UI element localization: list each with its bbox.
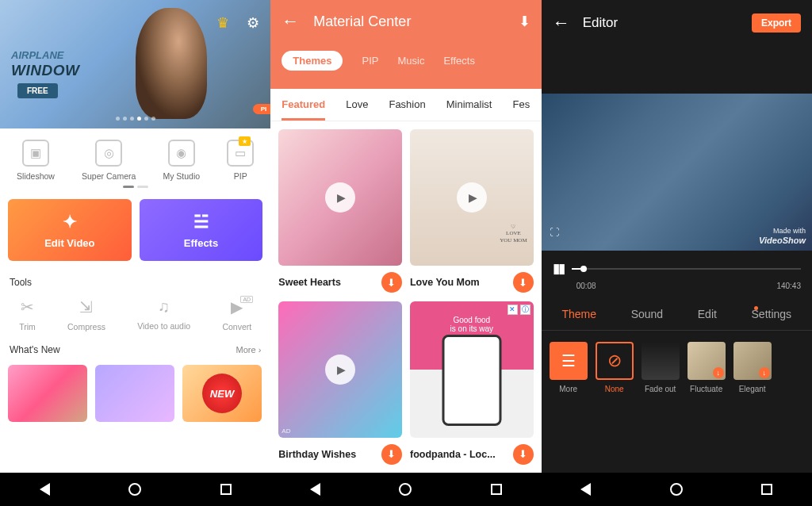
- export-button[interactable]: Export: [752, 13, 801, 33]
- studio-label: My Studio: [163, 171, 200, 181]
- audio-icon: ♫: [158, 297, 170, 316]
- slideshow-icon: ▣: [22, 140, 49, 167]
- editor-tab-edit[interactable]: Edit: [698, 308, 717, 320]
- nav-recent-icon[interactable]: [220, 484, 232, 495]
- scissors-icon: ✂: [21, 297, 34, 316]
- page-title: Material Center: [313, 13, 411, 30]
- download-button[interactable]: ⬇: [513, 272, 534, 293]
- watermark: Made with VideoShow: [759, 227, 806, 246]
- theme-label: More: [559, 385, 577, 393]
- subtab-fashion[interactable]: Fashion: [389, 98, 425, 121]
- theme-elegant-button[interactable]: ↓ Elegant: [733, 342, 772, 393]
- hero-image: [136, 8, 207, 119]
- tab-themes[interactable]: Themes: [282, 51, 343, 71]
- store-icon: ☰: [550, 342, 588, 380]
- compress-button[interactable]: ⇲ Compress: [67, 297, 105, 332]
- nav-back-icon[interactable]: [40, 483, 50, 496]
- video-to-audio-button[interactable]: ♫ Video to audio: [137, 297, 190, 332]
- video-preview[interactable]: ⛶ Made with VideoShow: [542, 94, 812, 251]
- ad-close-icons[interactable]: ✕ⓘ: [508, 305, 530, 315]
- download-overlay-icon: ↓: [713, 367, 724, 378]
- card-name: Sweet Hearts: [278, 277, 341, 288]
- subtab-fes[interactable]: Fes: [512, 98, 530, 121]
- theme-thumb: ↓: [733, 342, 772, 380]
- trim-button[interactable]: ✂ Trim: [19, 297, 36, 332]
- subtab-featured[interactable]: Featured: [282, 98, 325, 121]
- none-icon: ⊘: [596, 342, 634, 380]
- hero-banner[interactable]: AIRPLANE WINDOW FREE ♛ ⚙ PI: [0, 0, 270, 128]
- hero-title-1: AIRPLANE: [11, 49, 63, 61]
- nav-home-icon[interactable]: [399, 483, 412, 496]
- subtab-minimalist[interactable]: Minimalist: [446, 98, 492, 121]
- settings-icon[interactable]: ⚙: [247, 14, 259, 32]
- theme-more-button[interactable]: ☰ More: [550, 342, 588, 393]
- nav-recent-icon[interactable]: [761, 484, 772, 495]
- android-navbar: [270, 473, 541, 506]
- nav-recent-icon[interactable]: [491, 484, 502, 495]
- back-arrow-icon[interactable]: ←: [553, 13, 570, 33]
- editor-tab-theme[interactable]: Theme: [561, 308, 596, 320]
- download-overlay-icon: ↓: [759, 367, 770, 378]
- compress-icon: ⇲: [79, 297, 93, 316]
- timeline-scrubber[interactable]: [572, 268, 801, 270]
- tab-effects[interactable]: Effects: [443, 55, 475, 67]
- android-navbar: [0, 473, 270, 506]
- pause-button[interactable]: ▮▮: [553, 260, 564, 277]
- convert-button[interactable]: AD ▶ Convert: [222, 297, 251, 332]
- fullscreen-icon[interactable]: ⛶: [550, 227, 565, 243]
- time-total: 140:43: [776, 282, 801, 290]
- play-icon[interactable]: [325, 355, 355, 385]
- edit-video-label: Edit Video: [44, 237, 94, 249]
- ad-text: Good foodis on its way: [410, 316, 534, 333]
- theme-fluctuate-button[interactable]: ↓ Fluctuate: [688, 342, 726, 393]
- audio-label: Video to audio: [137, 321, 190, 331]
- pip-label: PIP: [234, 171, 247, 181]
- whats-new-card-3[interactable]: NEW: [182, 365, 262, 422]
- theme-card-foodpanda[interactable]: ✕ⓘ Good foodis on its way foodpanda - Lo…: [410, 301, 534, 466]
- nav-home-icon[interactable]: [128, 483, 141, 496]
- notification-dot-icon: [754, 306, 758, 310]
- edit-video-button[interactable]: ✦ Edit Video: [8, 199, 132, 261]
- nav-home-icon[interactable]: [670, 483, 683, 496]
- theme-none-button[interactable]: ⊘ None: [596, 342, 634, 393]
- whats-new-card-2[interactable]: [95, 365, 174, 422]
- effects-button[interactable]: ☱ Effects: [140, 199, 263, 261]
- theme-fadeout-button[interactable]: Fade out: [642, 342, 680, 393]
- free-badge: FREE: [17, 83, 58, 98]
- whats-new-card-1[interactable]: [8, 365, 87, 422]
- whats-new-heading: What's New: [10, 344, 60, 355]
- theme-thumb: [642, 342, 680, 380]
- theme-card-sweet-hearts[interactable]: Sweet Hearts ⬇: [278, 129, 402, 293]
- new-badge: NEW: [202, 374, 242, 413]
- more-link[interactable]: More ›: [236, 345, 262, 355]
- phone-graphic: [442, 335, 501, 426]
- page-indicator: [0, 186, 270, 194]
- crown-icon[interactable]: ♛: [216, 14, 229, 32]
- play-icon[interactable]: [457, 182, 487, 213]
- theme-label: Elegant: [739, 385, 766, 393]
- download-button[interactable]: ⬇: [513, 444, 534, 465]
- tab-pip[interactable]: PIP: [362, 55, 378, 67]
- pip-button[interactable]: ★ ▭ PIP: [227, 140, 254, 181]
- action-row: ▣ Slideshow ◎ Super Camera ◉ My Studio ★…: [0, 128, 270, 186]
- download-button[interactable]: ⬇: [381, 444, 402, 465]
- tab-music[interactable]: Music: [397, 55, 424, 67]
- studio-icon: ◉: [168, 140, 195, 167]
- nav-back-icon[interactable]: [310, 483, 320, 496]
- download-all-icon[interactable]: ⬇: [519, 13, 530, 30]
- subtab-love[interactable]: Love: [346, 98, 368, 121]
- play-icon[interactable]: [325, 182, 355, 213]
- back-arrow-icon[interactable]: ←: [282, 11, 299, 32]
- theme-card-love-you-mom[interactable]: ♡LOVEYOU MOM Love You Mom ⬇: [410, 129, 534, 293]
- editor-tab-sound[interactable]: Sound: [631, 308, 663, 320]
- slideshow-button[interactable]: ▣ Slideshow: [17, 140, 55, 181]
- pip-new-badge: PI: [253, 104, 271, 114]
- download-button[interactable]: ⬇: [381, 272, 402, 293]
- super-camera-button[interactable]: ◎ Super Camera: [82, 140, 136, 181]
- theme-card-birthday[interactable]: AD Birthday Wishes ⬇: [278, 301, 402, 466]
- hero-title-2: WINDOW: [11, 62, 79, 79]
- page-title: Editor: [583, 15, 618, 31]
- my-studio-button[interactable]: ◉ My Studio: [163, 140, 200, 181]
- convert-label: Convert: [222, 322, 251, 332]
- nav-back-icon[interactable]: [580, 483, 591, 496]
